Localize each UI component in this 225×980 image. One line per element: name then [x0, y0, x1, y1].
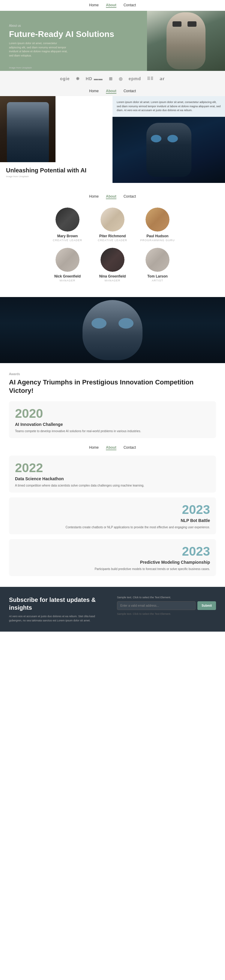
avatar-img-4 [55, 248, 79, 272]
avatar-img-2 [100, 208, 125, 232]
nav-contact[interactable]: Contact [124, 3, 136, 8]
nav2-home[interactable]: Home [89, 89, 99, 94]
avatar-1 [55, 208, 79, 232]
unleashing-section: Unleashing Potential with AI Image from … [0, 162, 112, 182]
awards-label: Awards [9, 372, 216, 376]
robot-body-shape [7, 102, 49, 162]
award-year-1: 2020 [15, 407, 210, 420]
logo-2: ❋ [76, 76, 80, 81]
main-nav: Home About Contact [0, 0, 225, 11]
member-role-6: ARTIST [138, 279, 177, 282]
team-member-2: Piter Richmond CREATIVE LEADER [93, 208, 132, 242]
subscribe-sample-text: Sample text. Click to select the Text El… [117, 596, 216, 599]
avatar-img-5 [100, 248, 125, 272]
robot-full-visual [38, 299, 187, 362]
member-name-3: Paul Hudson [138, 234, 177, 238]
robot-full-head-shape [82, 300, 143, 360]
hero-content: About us Future-Ready AI Solutions Lorem… [0, 18, 147, 64]
nav3-home[interactable]: Home [89, 445, 99, 450]
logo-8: 𝗮𝗿 [160, 76, 165, 81]
logo-1: ogie [60, 76, 70, 81]
team-nav-about[interactable]: About [106, 194, 116, 199]
nav2-contact[interactable]: Contact [124, 89, 136, 94]
subscribe-sample-text2: Sample text. Click to select the Text El… [117, 612, 216, 616]
award-title-2: Data Science Hackathon [15, 476, 210, 482]
award-year-3: 2023 [15, 503, 210, 516]
award-card-4: 2023 Predictive Modeling Championship Pa… [9, 539, 216, 576]
member-name-5: Nina Greenfield [93, 274, 132, 278]
robot-image-2 [112, 117, 225, 183]
team-section: Home About Contact Mary Brown CREATIVE L… [0, 183, 225, 297]
award-title-1: AI Innovation Challenge [15, 422, 210, 427]
team-member-3: Paul Hudson PROGRAMMING GURU [138, 208, 177, 242]
robot-face-shape [166, 12, 206, 69]
robot-head2-shape [146, 123, 192, 177]
nav2-about[interactable]: About [106, 89, 116, 94]
robot-image-large [0, 96, 55, 162]
avatar-3 [146, 208, 170, 232]
avatar-6 [146, 248, 170, 272]
subscribe-title: Subscribe for latest updates & insights [9, 596, 108, 611]
team-member-6: Tom Larson ARTIST [138, 248, 177, 282]
logo-5: ◎ [119, 76, 123, 81]
award-desc-4: Participants build predictive models to … [15, 567, 210, 571]
content-section: Unleashing Potential with AI Image from … [0, 96, 225, 183]
member-role-4: MANAGER [48, 279, 87, 282]
logo-6: epmd [129, 76, 141, 81]
award-desc-2: A timed competition where data scientist… [15, 483, 210, 488]
hero-robot-visual [147, 11, 225, 71]
member-name-1: Mary Brown [48, 234, 87, 238]
awards-title: AI Agency Triumphs in Prestigious Innova… [9, 378, 216, 395]
team-row-1: Mary Brown CREATIVE LEADER Piter Richmon… [6, 208, 219, 242]
avatar-2 [100, 208, 125, 232]
hero-image [147, 11, 225, 71]
subscribe-button[interactable]: Submit [197, 601, 216, 610]
member-name-4: Nick Greenfield [48, 274, 87, 278]
award-card-2: 2022 Data Science Hackathon A timed comp… [9, 456, 216, 493]
team-nav-home[interactable]: Home [89, 194, 99, 199]
nav2: Home About Contact [0, 86, 225, 96]
member-name-2: Piter Richmond [93, 234, 132, 238]
avatar-4 [55, 248, 79, 272]
subscribe-description: At vero eos et accusam et justo duo dolo… [9, 614, 108, 623]
avatar-img-3 [146, 208, 170, 232]
avatar-img-6 [146, 248, 170, 272]
award-title-4: Predictive Modeling Championship [15, 560, 210, 565]
subscribe-left: Subscribe for latest updates & insights … [9, 596, 108, 623]
nav-home[interactable]: Home [89, 3, 99, 8]
award-desc-1: Teams compete to develop innovative AI s… [15, 429, 210, 433]
full-robot-image [0, 297, 225, 363]
award-year-4: 2023 [15, 545, 210, 558]
text-box-content: Lorem ipsum dolor sit amet. Lorem ipsum … [117, 100, 221, 113]
member-name-6: Tom Larson [138, 274, 177, 278]
nav3-contact[interactable]: Contact [124, 445, 136, 450]
award-title-3: NLP Bot Battle [15, 518, 210, 523]
hero-description: Lorem ipsum dolor sit amet, consectetur … [9, 41, 69, 58]
team-member-4: Nick Greenfield MANAGER [48, 248, 87, 282]
logo-7: ⠿⠿ [147, 76, 154, 81]
logo-3: HD ▬▬ [86, 76, 103, 81]
unleashing-credit: Image from Unsplash [6, 175, 106, 178]
award-card-3: 2023 NLP Bot Battle Contestants create c… [9, 497, 216, 534]
hero-title: Future-Ready AI Solutions [9, 29, 138, 39]
hero-section: About us Future-Ready AI Solutions Lorem… [0, 11, 225, 71]
unleashing-title: Unleashing Potential with AI [6, 167, 106, 174]
member-role-5: MANAGER [93, 279, 132, 282]
text-box-blue: Lorem ipsum dolor sit amet. Lorem ipsum … [112, 96, 225, 117]
team-nav-contact[interactable]: Contact [124, 194, 136, 199]
awards-section: Awards AI Agency Triumphs in Prestigious… [0, 363, 225, 587]
team-nav: Home About Contact [6, 192, 219, 202]
email-input[interactable] [117, 601, 196, 610]
award-card-1: 2020 AI Innovation Challenge Teams compe… [9, 401, 216, 438]
nav3-about[interactable]: About [106, 445, 116, 450]
logo-4: ⊞ [109, 76, 113, 81]
subscribe-right: Sample text. Click to select the Text El… [117, 596, 216, 623]
logos-section: ogie ❋ HD ▬▬ ⊞ ◎ epmd ⠿⠿ 𝗮𝗿 [0, 71, 225, 86]
content-left: Unleashing Potential with AI Image from … [0, 96, 112, 183]
nav-about[interactable]: About [106, 3, 116, 8]
content-right: Lorem ipsum dolor sit amet. Lorem ipsum … [112, 96, 225, 183]
team-row-2: Nick Greenfield MANAGER Nina Greenfield … [6, 248, 219, 282]
hero-credit: Image from Unsplash [9, 66, 32, 69]
nav3: Home About Contact [9, 443, 216, 453]
team-member-5: Nina Greenfield MANAGER [93, 248, 132, 282]
